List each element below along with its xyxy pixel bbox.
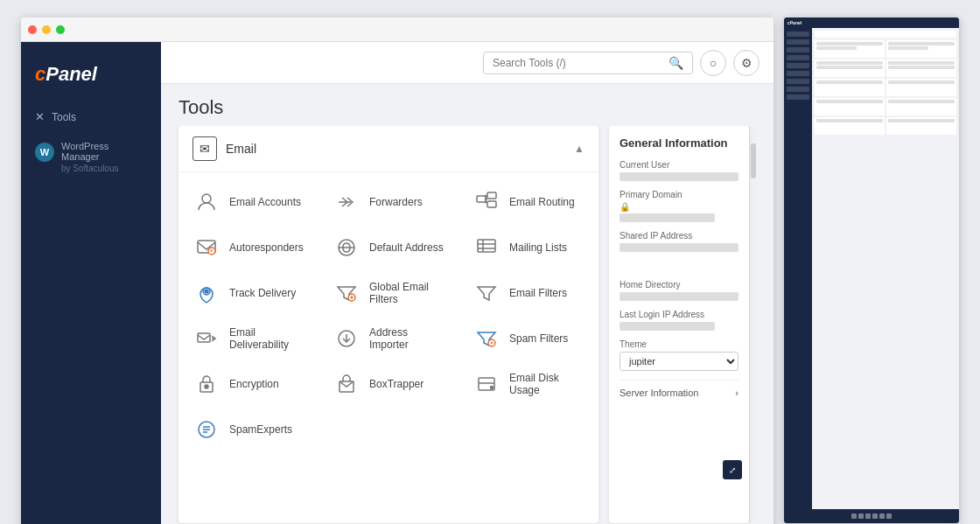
mini-grid-3	[815, 79, 956, 96]
tool-global-email-filters[interactable]: Global Email Filters	[318, 270, 458, 316]
mini-card-1	[815, 40, 885, 58]
shared-ip-value	[620, 243, 738, 252]
autoresponders-icon	[192, 234, 220, 262]
mini-grid-5	[815, 117, 956, 135]
tool-email-accounts[interactable]: Email Accounts	[178, 179, 318, 225]
shared-ip-label: Shared IP Address	[620, 231, 738, 241]
mini-grid-4	[815, 98, 956, 115]
tool-forwarders[interactable]: Forwarders	[318, 179, 458, 225]
primary-domain-field: Primary Domain 🔒	[620, 190, 738, 222]
mini-card-7	[815, 98, 885, 115]
content-area: ✉ Email ▲	[161, 126, 774, 524]
tools-grid: Email Accounts Forwarder	[178, 172, 598, 459]
mini-row	[888, 100, 955, 103]
settings-icon-btn[interactable]: ⚙	[733, 50, 760, 76]
spam-filters-label: Spam Filters	[509, 332, 568, 345]
mini-row	[816, 46, 857, 50]
mini-body	[784, 28, 959, 509]
track-delivery-label: Track Delivery	[229, 287, 296, 299]
mini-row	[816, 61, 883, 65]
global-email-filters-icon	[332, 279, 360, 307]
scrollbar-track[interactable]	[749, 126, 756, 523]
mini-bottom-icon-6	[886, 514, 892, 519]
home-dir-label: Home Directory	[620, 280, 738, 290]
svg-point-24	[491, 387, 494, 389]
boxtrapper-icon	[332, 370, 360, 398]
maximize-dot[interactable]	[56, 25, 65, 34]
server-info-row[interactable]: Server Information ›	[620, 380, 738, 398]
mini-sidebar-item-4	[787, 55, 809, 60]
email-deliverability-label: Email Deliverability	[229, 326, 304, 351]
expand-button[interactable]: ⤢	[723, 460, 742, 479]
track-delivery-icon	[192, 279, 220, 307]
home-dir-field: Home Directory	[620, 280, 738, 301]
svg-point-20	[205, 385, 208, 388]
svg-rect-1	[477, 196, 486, 202]
tool-spamexperts[interactable]: SpamExperts	[178, 407, 318, 452]
email-section-header: ✉ Email ▲	[178, 126, 598, 172]
close-dot[interactable]	[28, 25, 37, 34]
tool-boxtrapper[interactable]: BoxTrapper	[318, 361, 458, 407]
mini-row	[816, 66, 883, 69]
svg-rect-7	[478, 240, 495, 252]
theme-select[interactable]: jupiter paper_lantern	[620, 352, 738, 371]
tool-mailing-lists[interactable]: Mailing Lists	[458, 225, 598, 270]
email-section-title: ✉ Email	[192, 136, 256, 161]
encryption-icon	[192, 370, 220, 398]
tool-track-delivery[interactable]: Track Delivery	[178, 270, 318, 316]
mini-sidebar-item-1	[787, 31, 809, 37]
svg-point-0	[202, 194, 211, 203]
user-icon-btn[interactable]: ○	[700, 50, 726, 76]
email-disk-usage-label: Email Disk Usage	[509, 372, 584, 396]
tool-email-deliverability[interactable]: Email Deliverability	[178, 316, 318, 361]
email-filters-label: Email Filters	[509, 287, 567, 299]
tool-autoresponders[interactable]: Autoresponders	[178, 225, 318, 270]
svg-point-12	[205, 290, 208, 293]
last-login-field: Last Login IP Address	[620, 310, 738, 331]
mini-window: cPanel	[784, 17, 959, 523]
primary-domain-value	[620, 213, 715, 222]
mini-row	[888, 119, 955, 122]
encryption-label: Encryption	[229, 378, 279, 390]
tool-encryption[interactable]: Encryption	[178, 361, 318, 407]
spam-filters-icon	[472, 325, 500, 353]
sidebar-item-tools[interactable]: ✕ Tools	[21, 103, 161, 130]
mini-sidebar-item-8	[787, 87, 809, 92]
mini-card-6	[886, 79, 956, 96]
mini-bottom-icon-2	[858, 514, 864, 519]
default-address-icon	[332, 234, 360, 262]
info-panel: General Information Current User Primary…	[609, 126, 749, 523]
current-user-field: Current User	[620, 160, 738, 181]
mini-sidebar-item-6	[787, 71, 809, 76]
email-routing-icon	[472, 188, 500, 216]
tool-email-disk-usage[interactable]: Email Disk Usage	[458, 361, 598, 407]
mini-card-10	[886, 117, 956, 135]
tool-email-filters[interactable]: Email Filters	[458, 270, 598, 316]
last-login-value	[620, 322, 715, 331]
current-user-value	[620, 172, 738, 181]
mini-row	[888, 66, 955, 69]
tool-email-routing[interactable]: Email Routing	[458, 179, 598, 225]
minimize-dot[interactable]	[42, 25, 51, 34]
search-icon[interactable]: 🔍	[668, 56, 683, 70]
search-input[interactable]	[493, 57, 663, 69]
tool-address-importer[interactable]: Address Importer	[318, 316, 458, 361]
search-box[interactable]: 🔍	[483, 52, 693, 74]
collapse-button[interactable]: ▲	[574, 143, 584, 155]
spamexperts-icon	[192, 416, 220, 444]
general-info-title: General Information	[620, 136, 738, 150]
email-label: Email	[226, 142, 256, 156]
mini-grid-2	[815, 59, 956, 77]
current-user-label: Current User	[620, 160, 738, 170]
mini-titlebar: cPanel	[784, 17, 959, 28]
mini-bottom-icon-4	[872, 514, 878, 519]
titlebar	[21, 17, 774, 42]
scrollbar-thumb[interactable]	[751, 143, 756, 178]
tool-default-address[interactable]: Default Address	[318, 225, 458, 270]
email-deliverability-icon	[192, 325, 220, 353]
sidebar-item-wordpress[interactable]: W WordPress Manager by Softaculous	[21, 134, 161, 180]
mini-sidebar-item-9	[787, 94, 809, 100]
tool-spam-filters[interactable]: Spam Filters	[458, 316, 598, 361]
email-filters-icon	[472, 279, 500, 307]
settings-icon: ⚙	[741, 56, 752, 70]
